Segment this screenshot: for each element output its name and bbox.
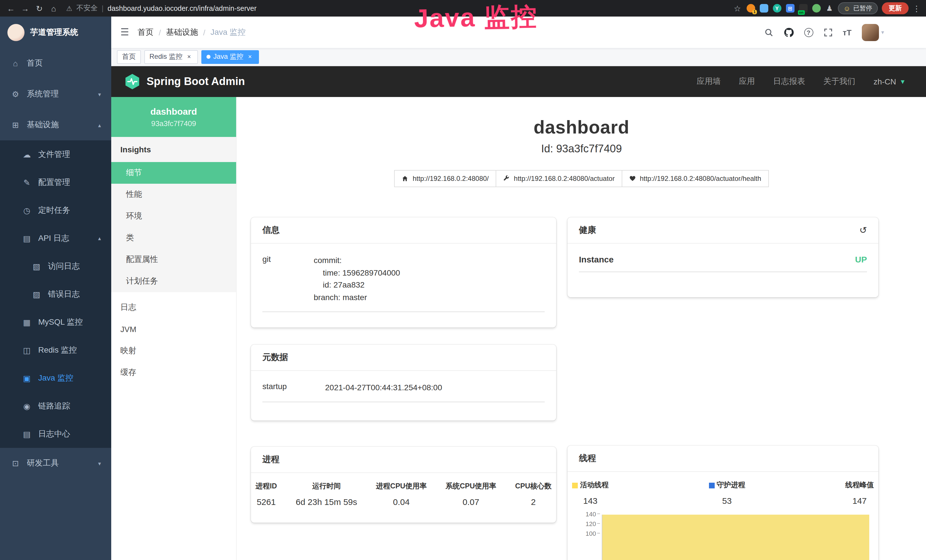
app-logo[interactable]: 芋道管理系统 <box>0 17 111 48</box>
sba-menu-jvm[interactable]: JVM <box>111 318 236 340</box>
sidebar-item-infrastructure[interactable]: ⊞ 基础设施 ▴ <box>0 109 111 140</box>
row-value: commit: time: 1596289704000 id: 27aa832 … <box>314 254 400 304</box>
sba-instance-header[interactable]: dashboard 93a3fc7f7409 <box>111 97 236 137</box>
breadcrumb-section[interactable]: 基础设施 <box>166 27 198 37</box>
sba-sidebar: dashboard 93a3fc7f7409 Insights 细节 性能 环境… <box>111 97 237 560</box>
sba-brand-label: Spring Boot Admin <box>147 75 245 88</box>
sidebar-item-system[interactable]: ⚙ 系统管理 ▾ <box>0 79 111 109</box>
tab-redis-monitor[interactable]: Redis 监控 × <box>144 50 198 64</box>
service-url-link[interactable]: http://192.168.0.2:48080/ <box>394 170 496 187</box>
infrastructure-submenu: ☁ 文件管理 ✎ 配置管理 ◷ 定时任务 ▤ API 日志 ▴ ▧ <box>0 140 111 448</box>
help-icon[interactable]: ? <box>804 28 813 37</box>
sba-nav-journal[interactable]: 日志报表 <box>773 76 805 87</box>
sidebar-item-mysql-monitor[interactable]: ▦ MySQL 监控 <box>0 308 111 336</box>
breadcrumb-home[interactable]: 首页 <box>138 27 154 37</box>
card-title: 线程 <box>579 453 596 464</box>
sba-menu-performance[interactable]: 性能 <box>111 184 236 206</box>
sba-menu-scheduled-tasks[interactable]: 计划任务 <box>111 271 236 292</box>
bookmark-star-icon[interactable]: ☆ <box>732 4 742 13</box>
fullscreen-icon[interactable] <box>823 28 832 37</box>
sidebar-item-redis-monitor[interactable]: ◫ Redis 监控 <box>0 336 111 364</box>
screen: Java 监控 ← → ↻ ⌂ ⚠ 不安全 | dashboard.yudao.… <box>0 0 926 560</box>
sba-nav-applications[interactable]: 应用 <box>739 76 755 87</box>
extension-icon-3[interactable]: Y <box>773 4 781 12</box>
cards-left-column: 信息 git commit: time: 1596289704000 id: 2… <box>251 217 556 560</box>
sidebar-item-access-log[interactable]: ▧ 访问日志 <box>0 252 111 280</box>
actuator-url-link[interactable]: http://192.168.0.2:48080/actuator <box>496 170 622 187</box>
extension-icon-6[interactable] <box>812 4 820 12</box>
health-url-link[interactable]: http://192.168.0.2:48080/actuator/health <box>622 170 769 187</box>
sba-nav-wallboard[interactable]: 应用墙 <box>697 76 721 87</box>
sba-menu-classes[interactable]: 类 <box>111 227 236 249</box>
profile-paused-badge[interactable]: ☺ 已暂停 <box>838 2 878 14</box>
sba-menu-logs[interactable]: 日志 <box>111 297 236 318</box>
sidebar-item-label: API 日志 <box>38 233 69 243</box>
row-key: startup <box>262 382 325 394</box>
extension-icon-1[interactable]: 1 <box>746 4 755 12</box>
chrome-update-button[interactable]: 更新 <box>882 2 909 14</box>
sidebar-item-log-center[interactable]: ▤ 日志中心 <box>0 420 111 448</box>
sidebar-item-config-manage[interactable]: ✎ 配置管理 <box>0 168 111 196</box>
health-instance-row[interactable]: Instance UP <box>579 247 867 272</box>
card-title: 健康 <box>579 225 596 236</box>
extension-icon-2[interactable] <box>760 4 768 12</box>
tab-java-monitor[interactable]: Java 监控 × <box>201 50 259 64</box>
sidebar-item-error-log[interactable]: ▨ 错误日志 <box>0 280 111 308</box>
cloud-icon: ☁ <box>22 150 32 159</box>
update-label: 更新 <box>889 4 902 12</box>
chevron-down-icon: ▾ <box>881 29 884 35</box>
sidebar-item-home[interactable]: ⌂ 首页 <box>0 48 111 79</box>
sba-menu-caches[interactable]: 缓存 <box>111 362 236 383</box>
extension-icon-5[interactable]: on <box>799 4 807 12</box>
sba-insights-menu: Insights 细节 性能 环境 类 配置属性 计划任务 <box>111 137 236 292</box>
sidebar-item-api-log[interactable]: ▤ API 日志 ▴ <box>0 224 111 252</box>
sba-nav-about[interactable]: 关于我们 <box>823 76 855 87</box>
header-actions: ? тT ▾ <box>764 24 884 41</box>
on-badge: on <box>798 10 805 15</box>
monitor-icon: ▣ <box>22 374 32 383</box>
reload-icon[interactable]: ↻ <box>34 4 44 13</box>
chevron-down-icon: ▾ <box>98 460 101 466</box>
git-branch-line: branch: master <box>314 292 400 304</box>
sba-brand[interactable]: Spring Boot Admin <box>124 73 245 90</box>
back-icon[interactable]: ← <box>6 4 16 13</box>
sba-menu-environment[interactable]: 环境 <box>111 206 236 227</box>
history-icon[interactable]: ↺ <box>859 225 867 236</box>
home-icon[interactable]: ⌂ <box>48 4 59 13</box>
github-icon[interactable] <box>784 27 794 37</box>
sidebar-item-label: 配置管理 <box>38 177 70 188</box>
font-size-icon[interactable]: тT <box>843 28 852 37</box>
cpu-cores: CPU核心数 2 <box>515 481 552 507</box>
legend-swatch-yellow <box>572 483 578 488</box>
link-label: http://192.168.0.2:48080/actuator <box>514 175 615 183</box>
browser-menu-icon[interactable]: ⋮ <box>912 4 921 13</box>
sidebar-item-label: MySQL 监控 <box>38 317 83 327</box>
extension-icon-4[interactable]: ⊞ <box>786 4 794 12</box>
instance-id: 93a3fc7f7409 <box>151 119 196 127</box>
search-icon[interactable] <box>764 28 773 37</box>
sidebar-item-scheduled-task[interactable]: ◷ 定时任务 <box>0 196 111 224</box>
paused-label: 已暂停 <box>853 4 872 12</box>
url-text: dashboard.yudao.iocoder.cn/infra/admin-s… <box>107 4 257 12</box>
extension-icon-7[interactable]: ♟ <box>825 4 834 12</box>
sidebar-item-devtools[interactable]: ⊡ 研发工具 ▾ <box>0 448 111 479</box>
wrench-icon <box>503 175 510 182</box>
sba-locale-select[interactable]: zh-CN ▼ <box>873 77 906 86</box>
hamburger-icon[interactable]: ☰ <box>120 26 129 38</box>
forward-icon[interactable]: → <box>20 4 30 13</box>
sidebar-item-label: 链路追踪 <box>38 401 70 411</box>
close-icon[interactable]: × <box>246 53 254 61</box>
sidebar-item-trace[interactable]: ◉ 链路追踪 <box>0 392 111 420</box>
close-icon[interactable]: × <box>185 53 193 61</box>
sba-menu-details[interactable]: 细节 <box>111 162 236 184</box>
process-table: 进程ID 5261 运行时间 6d 23h 15m 59s 进程CPU使用率 <box>251 473 556 507</box>
address-bar[interactable]: ⚠ 不安全 | dashboard.yudao.iocoder.cn/infra… <box>63 3 728 13</box>
user-avatar[interactable]: ▾ <box>862 24 884 41</box>
sba-menu-config-props[interactable]: 配置属性 <box>111 249 236 271</box>
sidebar-item-java-monitor[interactable]: ▣ Java 监控 <box>0 364 111 392</box>
layers-icon: ◫ <box>22 345 32 354</box>
tab-home[interactable]: 首页 <box>117 50 141 64</box>
sba-menu-mappings[interactable]: 映射 <box>111 340 236 362</box>
sidebar-item-file-manage[interactable]: ☁ 文件管理 <box>0 140 111 168</box>
info-card: 信息 git commit: time: 1596289704000 id: 2… <box>251 217 556 327</box>
